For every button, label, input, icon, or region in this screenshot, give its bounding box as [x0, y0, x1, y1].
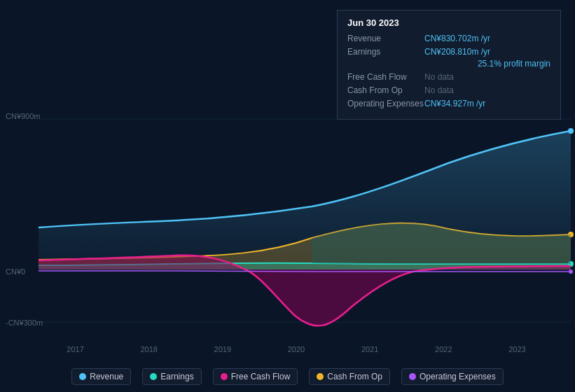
legend-opex-dot [409, 373, 416, 380]
y-label-top: CN¥900m [6, 112, 41, 120]
tooltip-opex-label: Operating Expenses [347, 99, 424, 108]
legend-revenue-dot [79, 373, 86, 380]
tooltip-earnings-row: Earnings CN¥208.810m /yr [347, 47, 550, 57]
legend-fcf-label: Free Cash Flow [231, 372, 291, 382]
tooltip-profit-row: 25.1% profit margin [347, 59, 550, 69]
legend-earnings[interactable]: Earnings [142, 368, 201, 385]
legend-cashfromop-dot [317, 373, 324, 380]
legend-earnings-label: Earnings [160, 372, 193, 382]
legend-fcf-dot [221, 373, 228, 380]
tooltip-cashfromop-value: No data [424, 85, 550, 95]
tooltip-cashfromop-label: Cash From Op [347, 85, 424, 95]
svg-point-3 [568, 128, 574, 134]
legend-revenue-label: Revenue [90, 372, 123, 382]
x-label-2022: 2022 [435, 345, 452, 354]
tooltip-revenue-row: Revenue CN¥830.702m /yr [347, 34, 550, 43]
tooltip-cashfromop-row: Cash From Op No data [347, 85, 550, 95]
x-label-2019: 2019 [214, 345, 231, 354]
tooltip-revenue-value: CN¥830.702m /yr [424, 34, 550, 43]
tooltip-fcf-label: Free Cash Flow [347, 72, 424, 82]
legend-opex-label: Operating Expenses [420, 372, 496, 382]
tooltip-earnings-label: Earnings [347, 47, 424, 57]
tooltip-revenue-label: Revenue [347, 34, 424, 43]
legend-opex[interactable]: Operating Expenses [401, 368, 504, 385]
tooltip: Jun 30 2023 Revenue CN¥830.702m /yr Earn… [337, 10, 561, 120]
legend-earnings-dot [150, 373, 157, 380]
x-label-2021: 2021 [361, 345, 378, 354]
x-label-2017: 2017 [67, 345, 83, 354]
y-label-bot: -CN¥300m [6, 318, 43, 327]
tooltip-opex-value: CN¥34.927m /yr [424, 99, 550, 108]
legend: Revenue Earnings Free Cash Flow Cash Fro… [0, 368, 575, 385]
x-label-2018: 2018 [140, 345, 157, 354]
legend-revenue[interactable]: Revenue [71, 368, 131, 385]
y-label-mid: CN¥0 [6, 267, 25, 276]
legend-cashfromop-label: Cash From Op [327, 372, 382, 382]
x-label-2023: 2023 [508, 345, 525, 354]
tooltip-earnings-value: CN¥208.810m /yr [424, 47, 550, 57]
tooltip-profit-margin: 25.1% profit margin [478, 59, 550, 69]
svg-point-6 [569, 270, 573, 274]
tooltip-fcf-value: No data [424, 72, 550, 82]
x-label-2020: 2020 [288, 345, 305, 354]
tooltip-date: Jun 30 2023 [347, 18, 550, 28]
x-axis: 2017 2018 2019 2020 2021 2022 2023 [0, 345, 575, 354]
legend-cashfromop[interactable]: Cash From Op [309, 368, 390, 385]
tooltip-fcf-row: Free Cash Flow No data [347, 72, 550, 82]
legend-fcf[interactable]: Free Cash Flow [213, 368, 298, 385]
tooltip-opex-row: Operating Expenses CN¥34.927m /yr [347, 99, 550, 108]
